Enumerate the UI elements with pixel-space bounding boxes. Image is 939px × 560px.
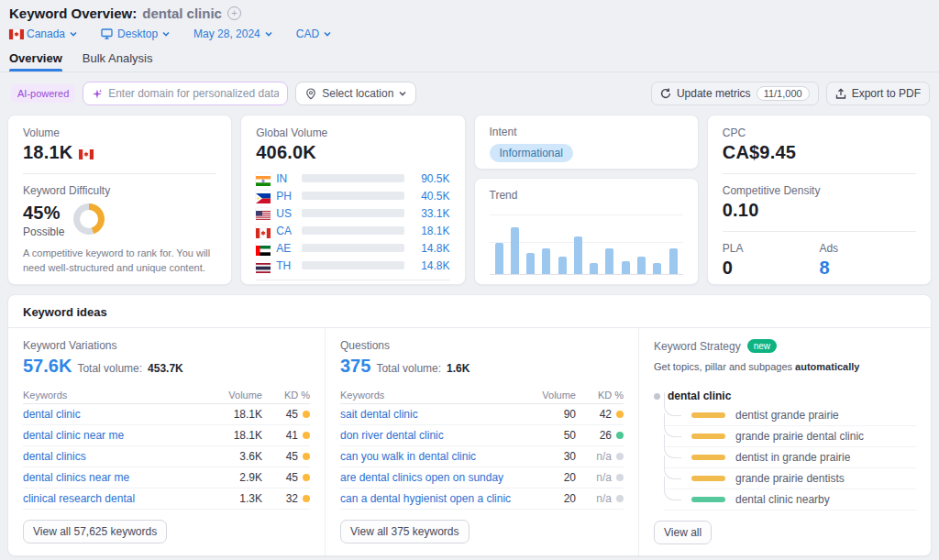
- canada-flag-icon: [79, 147, 94, 157]
- cpc-card: CPC CA$9.45 Competitive Density 0.10 PLA…: [707, 115, 932, 285]
- th-flag-icon: [256, 260, 271, 270]
- country-code-link[interactable]: AE: [276, 242, 296, 255]
- country-volume-value: 33.1K: [410, 207, 450, 220]
- page-title-keyword: dental clinic: [142, 5, 222, 21]
- strategy-item: dentist in grande prairie: [664, 447, 916, 468]
- select-location-label: Select location: [322, 87, 393, 100]
- view-all-questions-button[interactable]: View all 375 keywords: [340, 520, 470, 544]
- domain-input-wrapper[interactable]: [83, 82, 288, 105]
- kd-dot-icon: [303, 432, 310, 439]
- new-badge: new: [747, 339, 777, 353]
- country-code-link[interactable]: US: [276, 207, 296, 220]
- volume-card: Volume 18.1K Keyword Difficulty 45% Poss…: [7, 115, 232, 285]
- keyword-difficulty-value: 45%: [23, 203, 64, 224]
- us-flag-icon: [256, 208, 271, 218]
- add-keyword-icon[interactable]: +: [227, 6, 241, 20]
- export-icon: [835, 88, 846, 100]
- domain-input[interactable]: [108, 87, 279, 100]
- country-code-link[interactable]: CA: [276, 225, 296, 237]
- kd-cell: n/a: [576, 450, 624, 463]
- trend-bar-4: [542, 248, 550, 274]
- intent-badge-informational[interactable]: Informational: [490, 144, 573, 162]
- variation-row: dental clinics near me2.9K45: [23, 467, 310, 489]
- kd-dot-icon: [303, 474, 310, 481]
- keyword-link[interactable]: are dental clinics open on sunday: [340, 471, 526, 484]
- sparkle-icon: [92, 88, 103, 100]
- variation-row: dental clinics3.6K45: [23, 446, 310, 467]
- keyword-link[interactable]: can a dental hygienist open a clinic: [340, 492, 526, 505]
- filter-canada[interactable]: Canada: [9, 27, 77, 40]
- country-volume-value: 90.5K: [410, 172, 450, 185]
- kd-cell: n/a: [576, 471, 624, 484]
- keyword-difficulty-description: A competitive keyword to rank for. You w…: [23, 247, 216, 276]
- keyword-link[interactable]: sait dental clinic: [340, 408, 526, 421]
- card-divider: [723, 231, 916, 232]
- intent-label: Intent: [490, 126, 683, 138]
- keyword-link[interactable]: can you walk in dental clinic: [340, 450, 526, 463]
- keyword-strategy-section: Keyword Strategy new Get topics, pillar …: [638, 328, 931, 555]
- ca-flag-icon: [256, 225, 271, 236]
- competitive-density-value: 0.10: [723, 200, 916, 221]
- export-pdf-label: Export to PDF: [852, 87, 921, 100]
- kd-cell: 45: [262, 408, 310, 421]
- total-volume-label: Total volume:: [77, 362, 142, 375]
- filter-desktop[interactable]: Desktop: [101, 27, 170, 40]
- pla-value: 0: [723, 258, 820, 279]
- col-keywords: Keywords: [340, 390, 526, 401]
- country-volume-bar: [302, 226, 403, 235]
- trend-bar-12: [669, 248, 678, 274]
- view-all-variations-button[interactable]: View all 57,625 keywords: [23, 520, 167, 544]
- country-code-link[interactable]: PH: [276, 190, 296, 203]
- volume-cell: 1.3K: [213, 492, 262, 505]
- update-metrics-button[interactable]: Update metrics 11/1,000: [651, 82, 819, 105]
- questions-table: Keywords Volume KD % sait dental clinic9…: [340, 386, 624, 510]
- volume-value: 18.1K: [23, 142, 72, 163]
- keyword-link[interactable]: dental clinic: [23, 408, 213, 421]
- filter-cad[interactable]: CAD: [296, 27, 331, 40]
- in-flag-icon: [256, 173, 271, 183]
- ads-value[interactable]: 8: [819, 258, 916, 279]
- keyword-link[interactable]: clinical research dental: [23, 492, 213, 505]
- questions-count[interactable]: 375: [340, 356, 370, 377]
- keyword-link[interactable]: dental clinics near me: [23, 471, 213, 484]
- update-metrics-count: 11/1,000: [757, 86, 810, 101]
- ai-powered-badge: AI-powered: [11, 84, 75, 103]
- trend-card: Trend: [474, 178, 699, 285]
- view-all-strategy-button[interactable]: View all: [654, 521, 712, 544]
- refresh-icon: [660, 88, 671, 99]
- keyword-link[interactable]: don river dental clinic: [340, 429, 526, 442]
- keyword-link[interactable]: dental clinics: [23, 450, 213, 463]
- chevron-down-icon: [399, 90, 406, 97]
- country-code-link[interactable]: IN: [276, 172, 296, 185]
- strategy-item-label: grande prairie dentists: [735, 472, 845, 485]
- trend-bar-10: [637, 257, 646, 274]
- keyword-ideas-card: Keyword ideas Keyword Variations 57.6K T…: [7, 294, 932, 556]
- country-volume-bar: [302, 174, 403, 182]
- keyword-variations-count[interactable]: 57.6K: [23, 356, 72, 377]
- tab-bulk-analysis[interactable]: Bulk Analysis: [83, 51, 153, 71]
- select-location-button[interactable]: Select location: [295, 82, 416, 105]
- question-row: can a dental hygienist open a clinic20n/…: [340, 489, 624, 510]
- kd-dot-icon: [303, 453, 310, 460]
- table-header-row: Keywords Volume KD %: [340, 386, 624, 404]
- strategy-item: grande prairie dentists: [664, 468, 916, 489]
- export-pdf-button[interactable]: Export to PDF: [826, 82, 930, 105]
- tab-overview[interactable]: Overview: [9, 51, 62, 71]
- header-divider: [0, 71, 939, 72]
- kd-dot-icon: [616, 474, 624, 481]
- keyword-link[interactable]: dental clinic near me: [23, 429, 213, 442]
- question-row: are dental clinics open on sunday20n/a: [340, 467, 624, 489]
- table-header-row: Keywords Volume KD %: [23, 386, 310, 404]
- pla-label: PLA: [723, 242, 820, 255]
- keyword-variations-table: Keywords Volume KD % dental clinic18.1K4…: [23, 386, 310, 510]
- filter-may-28-2024[interactable]: May 28, 2024: [193, 27, 272, 40]
- country-code-link[interactable]: TH: [276, 259, 296, 272]
- col-kd: KD %: [262, 390, 310, 401]
- strategy-item-label: dentist in grande prairie: [735, 451, 850, 464]
- volume-cell: 20: [526, 492, 576, 505]
- kd-dot-icon: [303, 495, 310, 502]
- question-row: sait dental clinic9042: [340, 404, 624, 425]
- strategy-item: grande prairie dental clinic: [664, 426, 916, 447]
- page-title: Keyword Overview:: [9, 5, 137, 21]
- page-header: Keyword Overview: dental clinic + Canada…: [0, 0, 939, 71]
